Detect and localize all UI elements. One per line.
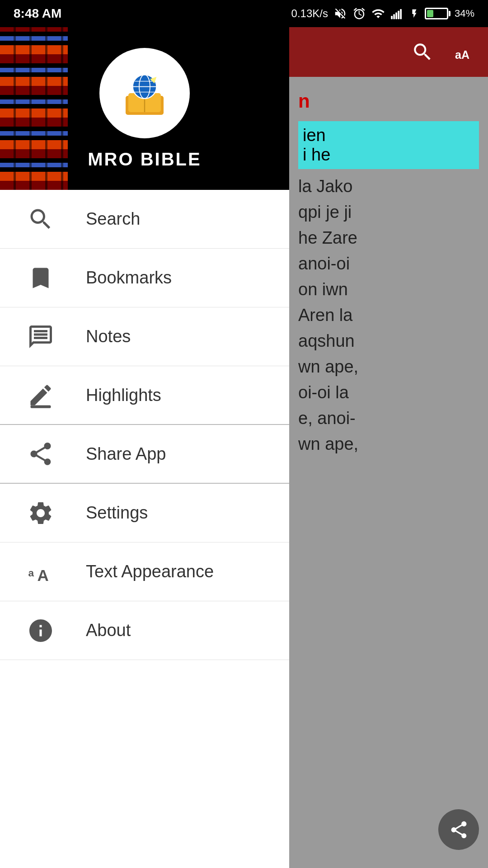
battery-indicator: 34%: [425, 8, 474, 19]
menu-item-highlights-label: Highlights: [86, 386, 161, 405]
bookmark-icon: [23, 260, 59, 296]
text-appearance-icon: a A: [23, 554, 59, 590]
share-icon: [23, 436, 59, 472]
svg-text:a: a: [28, 567, 34, 579]
content-red-text: n: [298, 90, 479, 112]
content-toolbar: aA: [289, 27, 488, 77]
search-icon: [23, 201, 59, 237]
app-name: MRO BIBLE: [88, 149, 201, 170]
status-bar: 8:48 AM 0.13K/s 34%: [0, 0, 488, 27]
content-highlighted-text: ieni he: [298, 121, 479, 169]
content-body-text: la Jakoqpi je jihe Zareanoi-oion iwnAren…: [298, 174, 479, 457]
svg-text:A: A: [38, 566, 49, 584]
alarm-icon: [352, 7, 366, 20]
svg-rect-0: [391, 16, 393, 19]
mute-icon: [333, 7, 347, 20]
drawer-header: MRO BIBLE: [0, 27, 289, 190]
info-icon: [23, 613, 59, 649]
menu-item-search[interactable]: Search: [0, 190, 289, 249]
toolbar-search-icon[interactable]: [411, 41, 434, 63]
menu-item-bookmarks-label: Bookmarks: [86, 268, 172, 288]
content-background: aA n ieni he la Jakoqpi je jihe Zareanoi…: [289, 27, 488, 868]
menu-list: Search Bookmarks Notes: [0, 190, 289, 868]
menu-item-settings-label: Settings: [86, 503, 148, 523]
menu-item-notes-label: Notes: [86, 327, 131, 346]
battery-percent: 34%: [455, 8, 474, 19]
svg-text:aA: aA: [455, 48, 469, 61]
menu-item-about[interactable]: About: [0, 601, 289, 660]
toolbar-text-size-icon[interactable]: aA: [452, 41, 479, 63]
menu-item-settings[interactable]: Settings: [0, 484, 289, 542]
menu-item-notes[interactable]: Notes: [0, 307, 289, 366]
svg-rect-4: [400, 9, 402, 19]
charging-icon: [409, 7, 419, 20]
settings-icon: [23, 495, 59, 531]
menu-item-text-appearance[interactable]: a A Text Appearance: [0, 542, 289, 601]
navigation-drawer: MRO BIBLE Search Bookmarks Notes: [0, 27, 289, 868]
signal-icon: [390, 7, 404, 20]
notes-icon: [23, 319, 59, 355]
app-logo: [99, 48, 190, 138]
wifi-icon: [371, 7, 385, 20]
svg-rect-14: [31, 406, 51, 408]
menu-item-about-label: About: [86, 621, 131, 640]
menu-item-share-app-label: Share App: [86, 444, 166, 464]
network-speed: 0.13K/s: [291, 7, 328, 20]
menu-item-text-appearance-label: Text Appearance: [86, 562, 214, 581]
highlight-icon: [23, 377, 59, 413]
decorative-pattern-left: [0, 27, 68, 190]
svg-rect-3: [398, 11, 399, 19]
status-time: 8:48 AM: [14, 6, 61, 21]
svg-rect-1: [393, 14, 395, 19]
status-icons: 0.13K/s 34%: [291, 7, 474, 20]
app-logo-icon: [117, 66, 172, 120]
share-fab-button[interactable]: [438, 809, 479, 850]
menu-item-highlights[interactable]: Highlights: [0, 366, 289, 425]
menu-item-share-app[interactable]: Share App: [0, 425, 289, 484]
menu-item-search-label: Search: [86, 209, 140, 229]
svg-rect-2: [395, 13, 397, 19]
menu-item-bookmarks[interactable]: Bookmarks: [0, 249, 289, 307]
bible-content: n ieni he la Jakoqpi je jihe Zareanoi-oi…: [289, 77, 488, 868]
